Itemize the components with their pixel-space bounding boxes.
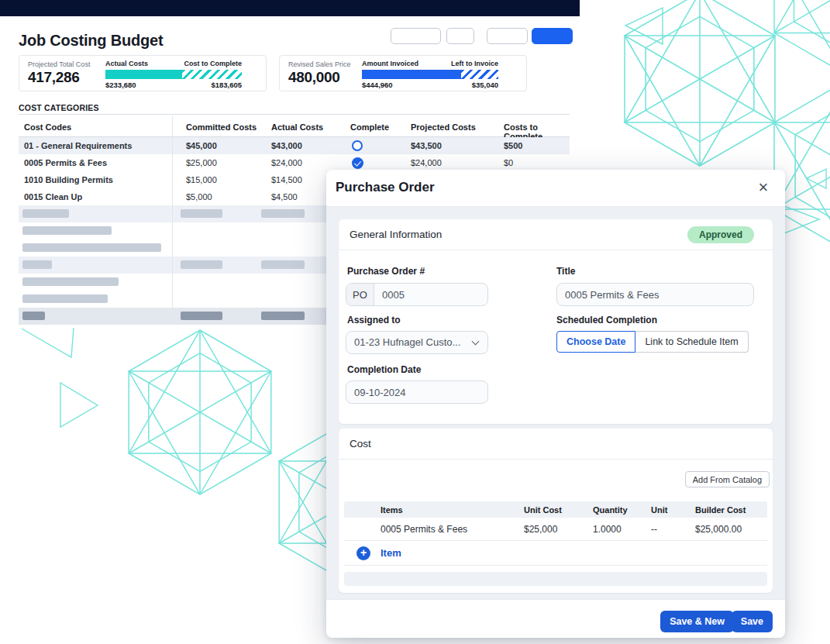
- items-table: Items Unit Cost Quantity Unit Builder Co…: [344, 501, 767, 566]
- cost-section: Cost Add From Catalog Items Unit Cost Qu…: [339, 429, 773, 593]
- col-header-projected: Projected Costs: [411, 122, 476, 132]
- modal-header: Purchase Order ×: [326, 170, 785, 207]
- skeleton-pill: [181, 260, 222, 269]
- assigned-to-select[interactable]: 01-23 Hufnagel Custo...: [346, 331, 488, 354]
- amount-invoiced-bar-group: Amount Invoiced Left to Invoice $444,960…: [362, 60, 498, 89]
- table-header-row: Cost Codes Committed Costs Actual Costs …: [19, 116, 570, 137]
- actual-cell: $43,000: [271, 141, 302, 150]
- skeleton-pill: [261, 260, 305, 269]
- skeleton-pill: [22, 312, 45, 320]
- actual-cell: $24,000: [271, 158, 302, 167]
- cost-code-cell: 01 - General Requirements: [24, 141, 132, 150]
- skeleton-pill: [261, 312, 305, 320]
- quantity-cell: 1.0000: [593, 524, 622, 535]
- close-icon[interactable]: ×: [753, 177, 774, 198]
- bar-left-amount: $444,960: [362, 81, 393, 89]
- link-to-schedule-item-button[interactable]: Link to Schedule Item: [635, 331, 748, 353]
- col-header-builder-cost: Builder Cost: [695, 505, 746, 515]
- col-header-unit-cost: Unit Cost: [524, 505, 562, 515]
- skeleton-pill: [22, 294, 108, 303]
- add-item-button[interactable]: + Item: [344, 541, 767, 566]
- items-header-row: Items Unit Cost Quantity Unit Builder Co…: [344, 501, 767, 518]
- col-header-items: Items: [381, 505, 403, 515]
- col-header-unit: Unit: [651, 505, 667, 515]
- skeleton-pill: [22, 226, 112, 235]
- bar-right-amount: $35,040: [472, 81, 498, 89]
- po-prefix: PO: [346, 284, 374, 305]
- col-header-committed: Committed Costs: [186, 122, 257, 132]
- app-top-bar: [0, 0, 580, 16]
- assigned-to-label: Assigned to: [347, 315, 401, 325]
- cost-categories-title: COST CATEGORIES: [19, 103, 99, 112]
- page: Job Costing Budget Projected Total Cost …: [0, 0, 830, 644]
- plus-icon: +: [356, 546, 370, 560]
- scheduled-completion-label: Scheduled Completion: [556, 315, 657, 325]
- complete-checkbox-checked[interactable]: [352, 157, 363, 169]
- unit-cost-cell: $25,000: [524, 524, 557, 535]
- bar-left-label: Actual Costs: [105, 60, 148, 67]
- bar-right-label: Left to Invoice: [451, 60, 498, 67]
- col-header-cost-codes: Cost Codes: [24, 122, 71, 132]
- status-badge: Approved: [687, 226, 754, 243]
- skeleton-pill: [181, 209, 222, 218]
- cost-code-link[interactable]: 1010 Building Permits: [24, 175, 113, 184]
- complete-checkbox-unchecked[interactable]: [352, 140, 363, 151]
- save-button[interactable]: Save: [732, 611, 773, 632]
- completion-date-input[interactable]: [346, 381, 488, 404]
- toolbar-button-3[interactable]: [487, 28, 528, 44]
- actual-cell: $4,500: [271, 192, 298, 201]
- title-input[interactable]: [556, 283, 754, 306]
- section-divider: [339, 250, 773, 250]
- actual-costs-bar: [105, 70, 242, 79]
- actual-costs-bar-group: Actual Costs Cost to Complete $233,680 $…: [105, 60, 242, 89]
- po-number-input[interactable]: [374, 284, 487, 305]
- completion-date-label: Completion Date: [347, 364, 421, 375]
- po-number-label: Purchase Order #: [347, 266, 425, 277]
- bar-right-label: Cost to Complete: [184, 60, 242, 67]
- add-item-label: Item: [381, 547, 401, 559]
- col-header-quantity: Quantity: [593, 505, 628, 515]
- skeleton-pill: [22, 209, 69, 218]
- toolbar-button-1[interactable]: [391, 28, 441, 44]
- col-header-complete: Complete: [350, 122, 389, 132]
- bar-hatched-segment: [182, 70, 242, 79]
- col-header-actual: Actual Costs: [271, 122, 323, 132]
- general-information-section: General Information Approved Purchase Or…: [339, 219, 773, 424]
- skeleton-pill: [261, 209, 305, 218]
- table-column-divider: [172, 116, 173, 325]
- toolbar-button-primary[interactable]: [532, 28, 573, 44]
- skeleton-pill: [22, 277, 119, 286]
- save-and-new-button[interactable]: Save & New: [660, 611, 734, 632]
- bar-left-label: Amount Invoiced: [362, 60, 418, 67]
- skeleton-pill: [22, 243, 161, 252]
- choose-date-button[interactable]: Choose Date: [556, 331, 635, 353]
- revised-sales-price-card: Revised Sales Price 480,000 Amount Invoi…: [279, 55, 527, 91]
- cost-code-link[interactable]: 0015 Clean Up: [24, 192, 82, 201]
- chevron-down-icon: [472, 338, 480, 346]
- section-title: General Information: [350, 229, 442, 240]
- cost-code-link[interactable]: 0005 Permits & Fees: [24, 158, 107, 167]
- add-from-catalog-button[interactable]: Add From Catalog: [685, 471, 770, 487]
- committed-cell: $15,000: [186, 175, 217, 184]
- committed-cell: $5,000: [186, 192, 212, 201]
- amount-invoiced-bar: [362, 70, 498, 79]
- skeleton-pill: [181, 312, 222, 320]
- unit-cell: --: [651, 524, 657, 535]
- items-footer-strip: [344, 572, 767, 586]
- costs-to-complete-cell: $500: [504, 141, 522, 150]
- costs-to-complete-cell: $0: [504, 158, 513, 167]
- bar-right-amount: $183,605: [211, 81, 242, 89]
- projected-cell: $24,000: [411, 158, 442, 167]
- bar-hatched-segment: [461, 70, 498, 79]
- bar-left-amount: $233,680: [105, 81, 136, 89]
- bar-solid-segment: [105, 70, 182, 79]
- toolbar-button-2[interactable]: [446, 28, 474, 44]
- assigned-to-value: 01-23 Hufnagel Custo...: [354, 336, 460, 348]
- table-row: 01 - General Requirements $45,000 $43,00…: [19, 137, 570, 154]
- scheduled-completion-toggle: Choose Date Link to Schedule Item: [556, 331, 749, 353]
- committed-cell: $25,000: [186, 158, 217, 167]
- page-title: Job Costing Budget: [19, 32, 163, 50]
- projected-total-cost-card: Projected Total Cost 417,286 Actual Cost…: [19, 55, 267, 91]
- title-label: Title: [556, 266, 575, 277]
- bar-solid-segment: [362, 70, 461, 79]
